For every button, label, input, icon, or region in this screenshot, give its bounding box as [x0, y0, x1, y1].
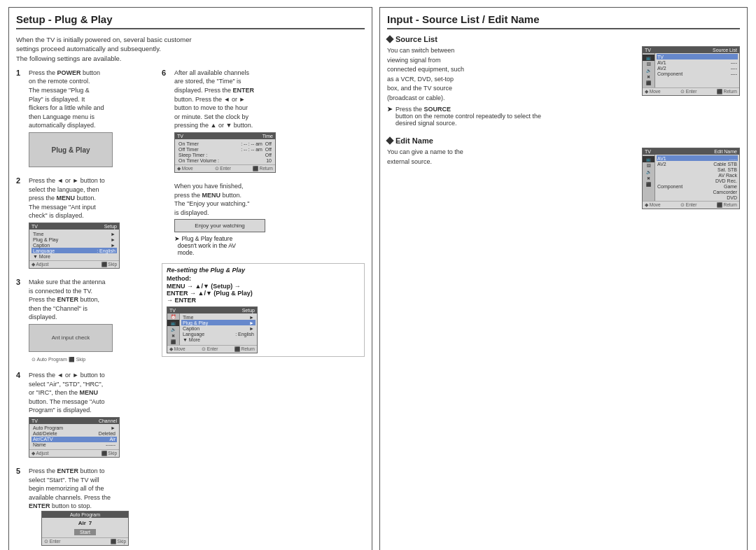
diamond-icon-2	[386, 136, 393, 144]
resetting-line1: MENU → ▲/▼ (Setup) →	[167, 283, 360, 290]
av-note: ➤ Plug & Play feature doesn't work in th…	[174, 235, 265, 256]
right-panel-title: Input - Source List / Edit Name	[387, 13, 740, 29]
plug-play-screen: Plug & Play	[29, 132, 113, 167]
step-4: 4 Press the ◄ or ► button to select "Air…	[16, 371, 156, 460]
clock-screen: TVTime On Timer: -- : -- am Off Off Time…	[174, 132, 276, 173]
step-6b: 6 When you have finished, press the MENU…	[162, 182, 365, 256]
resetting-line3: → ENTER	[167, 297, 360, 304]
right-panel: Input - Source List / Edit Name Source L…	[379, 7, 748, 550]
enjoy-screen: Enjoy your watching	[174, 219, 265, 232]
source-list-section: Source List You can switch between viewi…	[387, 35, 740, 127]
step-5: 5 Press the ENTER button to select "Star…	[16, 467, 156, 546]
auto-program-screen: Auto Program Air7 Start ⊙ Enter⬛ Skip	[41, 511, 129, 546]
reset-setup-screen: TVSetup ⏰ 📺 🔊 ✖ ⬛	[167, 306, 258, 353]
step-5-text: Press the ENTER button to select "Start"…	[29, 467, 129, 511]
step-6a: 6 After all available channels are store…	[162, 69, 365, 175]
step-3-text: Make sure that the antenna is connected …	[29, 278, 113, 322]
left-panel-title: Setup - Plug & Play	[16, 13, 365, 29]
source-list-body: You can switch between viewing signal fr…	[387, 46, 740, 103]
edit-name-body: You can give a name to the external sour…	[387, 148, 740, 209]
step-3: 3 Make sure that the antenna is connecte…	[16, 278, 156, 364]
ant-input-screen: Ant input check	[29, 324, 113, 352]
press-source-note: ➤ Press the SOURCE button on the remote …	[387, 106, 740, 127]
channel-screen: TVChannel Auto Program► Add/DeleteDelete…	[29, 417, 120, 458]
step-2: 2 Press the ◄ or ► button to select the …	[16, 176, 156, 271]
step-2-text: Press the ◄ or ► button to select the la…	[29, 176, 120, 220]
step-1-text: Press the POWER button on the remote con…	[29, 69, 113, 130]
step-4-text: Press the ◄ or ► button to select "Air",…	[29, 371, 120, 415]
page: Setup - Plug & Play When the TV is initi…	[0, 0, 756, 550]
setup-language-screen: TVSetup Time► Plug & Play► Caption► Lang…	[29, 223, 120, 269]
edit-name-title: Edit Name	[387, 136, 740, 145]
step-6b-text: When you have finished, press the MENU b…	[174, 182, 265, 217]
resetting-title: Re-setting the Plug & Play	[167, 267, 360, 274]
step-6a-text: After all available channels are stored,…	[174, 69, 276, 130]
edit-name-desc: You can give a name to the external sour…	[387, 148, 636, 167]
source-list-screen: TVSource List 📺 🖼 🔊 ✖ ⬛ TV	[642, 46, 740, 96]
left-panel: Setup - Plug & Play When the TV is initi…	[8, 7, 372, 550]
diamond-icon	[386, 35, 393, 43]
resetting-line2: ENTER → ▲/▼ (Plug & Play)	[167, 290, 360, 297]
source-list-desc: You can switch between viewing signal fr…	[387, 46, 636, 103]
source-list-title: Source List	[387, 35, 740, 43]
step-1: 1 Press the POWER button on the remote c…	[16, 69, 156, 169]
edit-name-section: Edit Name You can give a name to the ext…	[387, 136, 740, 209]
resetting-block: Re-setting the Plug & Play Method: MENU …	[162, 263, 365, 357]
edit-name-screen: TVEdit Name 📺 🖼 🔊 ✖ ⬛ AV1.....	[642, 148, 740, 209]
intro-text: When the TV is initially powered on, sev…	[16, 35, 365, 63]
content-area: Setup - Plug & Play When the TV is initi…	[0, 0, 756, 550]
resetting-method: Method:	[167, 275, 360, 282]
